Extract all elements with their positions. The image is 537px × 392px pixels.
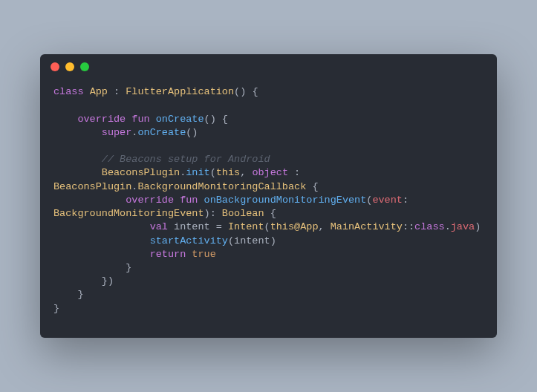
close-icon[interactable] (51, 62, 59, 71)
punct: ( (210, 167, 216, 178)
punct: :: (403, 221, 414, 232)
fn-init: init (186, 167, 209, 178)
fn-onCreate: onCreate (156, 114, 204, 125)
keyword-val: val (150, 221, 168, 232)
punct: = (216, 221, 228, 232)
type-App: App (90, 86, 108, 97)
punct: () { (204, 114, 228, 125)
fn-startActivity: startActivity (150, 235, 228, 246)
ident-intent: intent (234, 235, 270, 246)
ident-intent: intent (168, 221, 216, 232)
keyword-fun: fun (131, 114, 149, 125)
code-block: class App : FlutterApplication() { overr… (40, 79, 497, 338)
punct: ( (228, 235, 234, 246)
indent (53, 195, 126, 206)
indent (53, 154, 102, 165)
punct: ) (475, 221, 481, 232)
type-BeaconsPlugin: BeaconsPlugin (53, 181, 131, 192)
indent (53, 275, 102, 287)
keyword-object: object (252, 167, 288, 178)
type-Boolean: Boolean (222, 208, 264, 219)
punct: ) (204, 208, 210, 219)
type-BeaconsPlugin: BeaconsPlugin (102, 167, 180, 178)
indent (53, 289, 77, 300)
keyword-fun: fun (180, 195, 198, 206)
indent (53, 235, 150, 246)
punct: } (53, 303, 59, 314)
punct: { (264, 208, 276, 219)
indent (53, 127, 102, 138)
comment: // Beacons setup for Android (102, 154, 270, 165)
punct: ( (264, 221, 270, 232)
minimize-icon[interactable] (65, 62, 74, 71)
keyword-class: class (53, 86, 84, 97)
code-window: class App : FlutterApplication() { overr… (40, 54, 497, 338)
punct: { (306, 181, 318, 192)
type-MainActivity: MainActivity (331, 221, 403, 232)
label-App: @App (294, 221, 318, 232)
punct: , (240, 167, 252, 178)
punct: : (210, 208, 222, 219)
type-BackgroundMonitoringCallback: BackgroundMonitoringCallback (137, 181, 306, 192)
maximize-icon[interactable] (80, 62, 89, 71)
punct: }) (102, 275, 114, 287)
type-FlutterApplication: FlutterApplication (126, 86, 234, 97)
keyword-super: super (102, 127, 132, 138)
indent (53, 221, 150, 232)
punct: } (77, 289, 83, 300)
punct: : (403, 195, 414, 206)
indent (53, 114, 77, 125)
type-BackgroundMonitoringEvent: BackgroundMonitoringEvent (53, 208, 204, 219)
keyword-override: override (126, 195, 174, 206)
punct: : (288, 167, 306, 178)
type-Intent: Intent (228, 221, 264, 232)
ident-java: java (451, 221, 475, 232)
param-event: event (372, 195, 403, 206)
punct: () { (234, 86, 258, 97)
indent (53, 262, 126, 273)
indent (53, 167, 102, 178)
punct: () (186, 127, 198, 138)
indent (53, 249, 150, 260)
keyword-class: class (414, 221, 445, 232)
punct: . (445, 221, 451, 232)
literal-true: true (192, 249, 215, 260)
punct: ) (270, 235, 276, 246)
fn-onCreate: onCreate (137, 127, 186, 138)
keyword-override: override (77, 114, 126, 125)
punct: } (126, 262, 131, 273)
keyword-this: this (216, 167, 240, 178)
fn-onBackgroundMonitoringEvent: onBackgroundMonitoringEvent (204, 195, 367, 206)
punct: : (108, 86, 126, 97)
punct: , (318, 221, 330, 232)
window-titlebar (40, 54, 497, 79)
keyword-return: return (150, 249, 186, 260)
keyword-this: this (270, 221, 294, 232)
